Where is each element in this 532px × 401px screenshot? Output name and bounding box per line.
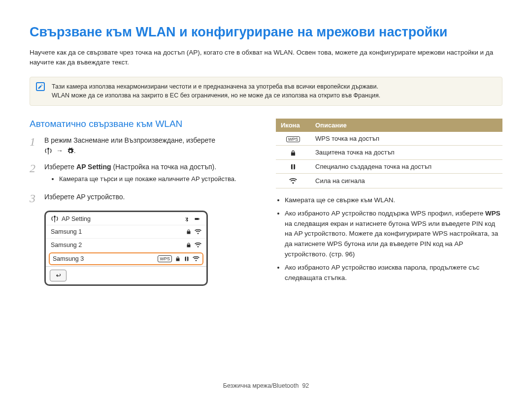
step-2: 2 Изберете AP Setting (Настройка на точк… — [30, 162, 256, 186]
lock-icon — [186, 229, 192, 235]
lock-icon — [186, 242, 192, 248]
device-row-selected[interactable]: Samsung 3 WPS — [49, 252, 203, 265]
step-num-2: 2 — [30, 162, 39, 186]
device-header: AP Setting — [46, 212, 206, 225]
table-row: Защитена точка на достъп — [276, 146, 502, 160]
step-2-text-a: Изберете — [44, 163, 76, 171]
device-row-name: Samsung 2 — [51, 242, 82, 248]
footer-page: 92 — [302, 382, 309, 389]
table-header-icon: Икона — [276, 119, 310, 132]
device-row-name: Samsung 3 — [53, 255, 84, 262]
wps-badge: WPS — [286, 136, 300, 142]
antenna-icon — [51, 215, 59, 223]
wifi-icon — [289, 177, 297, 185]
step-1-text: В режим Заснемане или Възпроизвеждане, и… — [44, 136, 215, 144]
intro-text: Научете как да се свързвате чрез точка н… — [30, 48, 502, 68]
device-row-name: Samsung 1 — [51, 228, 82, 235]
gear-icon — [67, 148, 74, 154]
table-row: WPS WPS точка на достъп — [276, 132, 502, 146]
icon-description-table: Икона Описание WPS WPS точка на достъп З… — [276, 119, 502, 188]
wifi-icon — [195, 242, 201, 248]
battery-icon — [193, 216, 201, 222]
table-desc: Сила на сигнала — [310, 174, 502, 188]
device-header-label: AP Setting — [62, 216, 91, 222]
step-2-text-b: (Настройка на точка на достъп). — [111, 163, 217, 171]
lock-icon — [175, 256, 181, 262]
step-2-bold: AP Setting — [76, 163, 111, 171]
right-bullet: Ако избраното AP устройство поддържа WPS… — [285, 209, 502, 260]
step-1: 1 В режим Заснемане или Възпроизвеждане,… — [30, 135, 256, 156]
device-footer — [46, 266, 206, 284]
wifi-icon — [193, 255, 200, 262]
note-icon — [36, 82, 45, 91]
table-header-desc: Описание — [310, 119, 502, 132]
step-3-text: Изберете AP устройство. — [44, 192, 256, 205]
arrow: → — [56, 147, 65, 154]
step-num-3: 3 — [30, 192, 39, 205]
step-num-1: 1 — [30, 135, 39, 156]
table-row: Специално създадена точка на достъп — [276, 159, 502, 174]
right-bullet: Ако избраното AP устройство изисква паро… — [285, 263, 502, 283]
back-button[interactable] — [50, 270, 66, 281]
page-title: Свързване към WLAN и конфигуриране на мр… — [30, 25, 502, 40]
device-row[interactable]: Samsung 1 — [46, 225, 206, 238]
page-footer: Безжична мрежа/Bluetooth 92 — [0, 382, 532, 389]
antenna-icon — [44, 147, 52, 155]
device-screenshot: AP Setting Samsung 1 Samsung 2 — [44, 211, 208, 286]
special-icon — [184, 256, 190, 262]
rb2-b: на следващия екран и натиснете бутона WP… — [285, 220, 498, 258]
table-desc: Защитена точка на достъп — [310, 146, 502, 160]
right-bullet: Камерата ще се свърже към WLAN. — [285, 195, 502, 206]
bluetooth-icon — [184, 216, 190, 222]
step-2-bullet: Камерата ще търси и ще покаже наличните … — [59, 174, 256, 184]
note-line-1: Тази камера използва нехармонизирани чес… — [52, 82, 495, 92]
table-desc: WPS точка на достъп — [310, 132, 502, 146]
rb2-bold: WPS — [485, 210, 500, 217]
right-bullet-list: Камерата ще се свърже към WLAN. Ако избр… — [285, 195, 502, 283]
rb2-a: Ако избраното AP устройство поддържа WPS… — [285, 210, 485, 217]
wifi-icon — [195, 228, 201, 235]
table-desc: Специално създадена точка на достъп — [310, 159, 502, 174]
note-box: Тази камера използва нехармонизирани чес… — [30, 77, 502, 106]
step-3: 3 Изберете AP устройство. — [30, 192, 256, 205]
section-heading: Автоматично свързване към WLAN — [30, 119, 256, 129]
special-icon — [290, 163, 297, 170]
note-line-2: WLAN може да се използва на закрито в ЕС… — [52, 91, 495, 100]
device-row[interactable]: Samsung 2 — [46, 238, 206, 251]
lock-icon — [290, 150, 297, 156]
footer-section: Безжична мрежа/Bluetooth — [223, 382, 299, 389]
wps-badge: WPS — [158, 255, 172, 262]
step-1-end: . — [74, 147, 76, 154]
table-row: Сила на сигнала — [276, 174, 502, 188]
